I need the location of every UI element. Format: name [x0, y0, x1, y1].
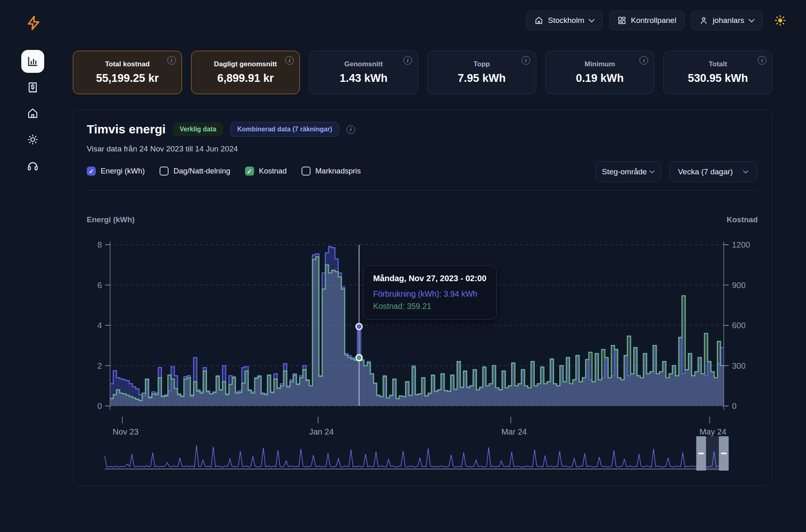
info-icon[interactable] — [639, 56, 648, 65]
svg-text:4: 4 — [97, 321, 102, 330]
stat-cards-row: Total kostnad 55,199.25 kr Dagligt genom… — [73, 51, 772, 94]
app-logo[interactable] — [25, 14, 42, 34]
chevron-down-icon — [589, 19, 594, 23]
svg-text:Mar 24: Mar 24 — [501, 427, 527, 436]
location-label: Stockholm — [548, 16, 584, 25]
sidebar-item-billing[interactable] — [21, 76, 44, 99]
dashboard-label: Kontrollpanel — [631, 16, 676, 25]
chart-tooltip: Måndag, Nov 27, 2023 - 02:00 Förbrukning… — [363, 265, 497, 320]
stat-card-minimum: Minimum 0.19 kWh — [545, 51, 655, 94]
stat-card-average: Genomsnitt 1.43 kWh — [309, 51, 418, 94]
stat-card-value: 1.43 kWh — [340, 72, 387, 85]
info-icon[interactable] — [522, 56, 530, 65]
minimap-line — [105, 445, 729, 467]
stat-card-daily-average: Dagligt genomsnitt 6,899.91 kr — [191, 51, 300, 94]
stat-card-value: 6,899.91 kr — [217, 72, 274, 85]
energy-dashboard-app: Stockholm Kontrollpanel johanlars — [0, 0, 806, 532]
svg-text:6: 6 — [97, 281, 102, 290]
svg-text:Nov 23: Nov 23 — [113, 427, 138, 436]
user-icon — [699, 16, 708, 25]
tooltip-cost-line: Kostnad: 359.21 — [373, 302, 486, 311]
topbar: Stockholm Kontrollpanel johanlars — [526, 11, 788, 30]
sidebar-item-home[interactable] — [21, 102, 44, 125]
svg-text:900: 900 — [732, 281, 745, 290]
svg-text:May 24: May 24 — [700, 427, 727, 436]
user-menu[interactable]: johanlars — [691, 11, 763, 30]
receipt-icon — [27, 81, 39, 94]
info-icon[interactable] — [403, 56, 412, 65]
sidebar-item-statistics[interactable] — [21, 50, 44, 73]
info-icon[interactable] — [167, 56, 176, 65]
info-icon[interactable] — [285, 56, 294, 65]
stat-card-label: Total kostnad — [105, 60, 150, 68]
tooltip-title: Måndag, Nov 27, 2023 - 02:00 — [373, 274, 486, 283]
hourly-energy-panel: Timvis energi Verklig data Kombinerad da… — [73, 109, 772, 486]
headphones-icon — [27, 160, 39, 172]
stat-card-value: 530.95 kWh — [688, 72, 748, 85]
stat-card-label: Genomsnitt — [344, 60, 383, 68]
home-icon — [534, 16, 543, 25]
sidebar-item-solar[interactable] — [21, 128, 44, 151]
stat-card-total: Totalt 530.95 kWh — [663, 51, 772, 94]
theme-toggle[interactable] — [772, 13, 788, 28]
sun-icon — [27, 134, 38, 145]
svg-text:2: 2 — [97, 361, 102, 370]
dashboard-button[interactable]: Kontrollpanel — [609, 11, 684, 30]
stat-card-label: Topp — [473, 60, 490, 68]
sidebar-item-support[interactable] — [21, 154, 44, 177]
dashboard-grid-icon — [617, 16, 626, 25]
svg-text:600: 600 — [732, 321, 745, 330]
tooltip-energy-line: Förbrukning (kWh): 3.94 kWh — [373, 289, 486, 299]
chevron-down-icon — [749, 19, 754, 23]
info-icon[interactable] — [758, 56, 766, 65]
stat-card-value: 7.95 kWh — [458, 72, 506, 85]
svg-text:300: 300 — [732, 361, 745, 370]
svg-text:8: 8 — [97, 240, 102, 249]
stat-card-label: Totalt — [709, 60, 727, 68]
username-label: johanlars — [713, 16, 744, 25]
stat-card-peak: Topp 7.95 kWh — [427, 51, 536, 94]
stat-card-label: Minimum — [585, 60, 615, 68]
stat-card-value: 0.19 kWh — [576, 72, 624, 85]
svg-text:Jan 24: Jan 24 — [309, 427, 333, 436]
bar-chart-icon — [27, 55, 39, 68]
home-icon — [27, 107, 39, 119]
svg-text:0: 0 — [97, 401, 102, 410]
stat-card-total-cost: Total kostnad 55,199.25 kr — [73, 51, 182, 94]
svg-text:1200: 1200 — [732, 240, 750, 249]
lightning-bolt-icon — [25, 14, 42, 32]
svg-text:0: 0 — [732, 401, 736, 410]
sun-icon — [774, 14, 786, 27]
stat-card-value: 55,199.25 kr — [96, 72, 159, 85]
stat-card-label: Dagligt genomsnitt — [214, 60, 277, 68]
location-dropdown[interactable]: Stockholm — [526, 11, 603, 30]
